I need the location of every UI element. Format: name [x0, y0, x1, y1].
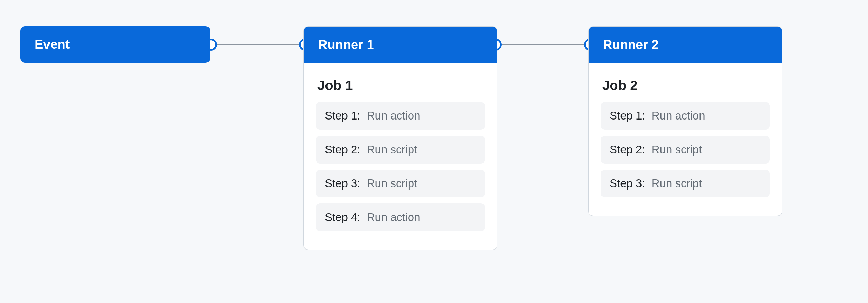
step-desc: Run script [367, 143, 417, 156]
edge-event-to-runner1 [210, 44, 305, 45]
step-desc: Run action [367, 211, 420, 223]
runner-2-step-1: Step 1: Run action [601, 102, 770, 130]
runner-1-step-2: Step 2: Run script [316, 136, 485, 164]
step-label: Step 3: [610, 177, 645, 190]
runner-2-node: Runner 2 Job 2 Step 1: Run action Step 2… [588, 26, 782, 216]
runner-2-title: Runner 2 [589, 27, 782, 63]
runner-2-step-3: Step 3: Run script [601, 170, 770, 197]
runner-1-step-4: Step 4: Run action [316, 203, 485, 231]
step-label: Step 4: [325, 211, 360, 223]
runner-2-body: Job 2 Step 1: Run action Step 2: Run scr… [589, 63, 782, 216]
runner-2-step-2: Step 2: Run script [601, 136, 770, 164]
step-desc: Run action [367, 109, 420, 122]
step-label: Step 3: [325, 177, 360, 190]
workflow-diagram: Event Runner 1 Job 1 Step 1: Run action … [0, 0, 868, 303]
runner-1-job-title: Job 1 [317, 78, 485, 93]
runner-1-title: Runner 1 [304, 27, 497, 63]
step-desc: Run script [652, 143, 702, 156]
runner-1-step-1: Step 1: Run action [316, 102, 485, 130]
runner-1-step-3: Step 3: Run script [316, 170, 485, 197]
runner-1-node: Runner 1 Job 1 Step 1: Run action Step 2… [303, 26, 497, 250]
step-label: Step 1: [610, 109, 645, 122]
step-desc: Run script [367, 177, 417, 190]
runner-2-job-title: Job 2 [602, 78, 770, 93]
step-label: Step 1: [325, 109, 360, 122]
step-label: Step 2: [325, 143, 360, 156]
runner-1-body: Job 1 Step 1: Run action Step 2: Run scr… [304, 63, 497, 250]
event-title: Event [20, 26, 210, 63]
event-node: Event [20, 26, 210, 63]
edge-runner1-to-runner2 [495, 44, 590, 45]
step-label: Step 2: [610, 143, 645, 156]
step-desc: Run action [652, 109, 705, 122]
step-desc: Run script [652, 177, 702, 190]
